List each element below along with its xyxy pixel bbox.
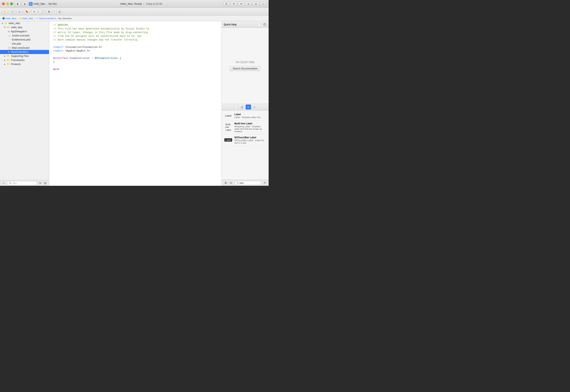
code-line-5: // more complex manual changes may not t… xyxy=(49,38,222,42)
toolbar-note-btn[interactable]: 📝 xyxy=(39,9,45,14)
code-line-blank-2 xyxy=(49,53,222,56)
app-icon: H xyxy=(29,2,32,6)
component-item-label[interactable]: Label Label Label - Displays static text… xyxy=(222,111,269,121)
toolbar-folder-btn[interactable]: 📁 xyxy=(2,9,8,14)
layout-btn-1[interactable]: ☰ xyxy=(223,2,230,6)
toolbar-list-btn[interactable]: ≡ xyxy=(31,9,37,14)
breadcrumb-chevron-1: › xyxy=(17,17,18,20)
xcassets-icon: 🗂 xyxy=(8,34,11,37)
titlebar-left-controls: ▶ ■ H Hello_Mac › My Mac xyxy=(15,2,57,6)
right-panel: Quick Help 📄 ⓘ No Quick Help Search Docu… xyxy=(222,21,269,186)
code-line-3: // mirror C# types. Changes in this file… xyxy=(49,31,222,34)
disclosure-products: ▶ xyxy=(4,63,5,65)
close-button[interactable] xyxy=(2,2,5,5)
sidebar-item-hello-mac[interactable]: ▶ 📁 Hello_Mac xyxy=(0,25,49,29)
sidebar-item-products[interactable]: ▶ 📁 Products xyxy=(0,62,49,66)
layout-btn-2[interactable]: ⟳ xyxy=(230,2,237,6)
plist-icon-2: 📄 xyxy=(8,43,11,45)
toolbar-separator xyxy=(54,10,54,14)
sidebar-item-supporting[interactable]: ▶ 📁 Supporting Files xyxy=(0,54,49,58)
layout-btn-3[interactable]: ⬅ xyxy=(238,2,244,6)
toolbar: 📁 ⬡ ⚠ 🔖 ≡ 📝 ⊞ ◎ xyxy=(0,8,269,15)
component-name-wrapping: Multi-line Label xyxy=(234,122,266,125)
sidebar-item-assets[interactable]: 🗂 Assets.xcassets xyxy=(0,34,49,38)
breadcrumb-chevron-3: › xyxy=(57,17,58,20)
supporting-icon: 📁 xyxy=(7,55,10,57)
component-name-touchbar: NSTouchBar Label xyxy=(234,136,266,139)
breadcrumb-item-file[interactable]: h ViewController.h xyxy=(36,17,56,20)
sidebar-item-viewcontroller[interactable]: h ViewController.h xyxy=(0,50,49,54)
breadcrumb-item-folder[interactable]: 📁 Hello_Mac xyxy=(19,17,33,20)
wrapping-preview-text: Multi- line Label xyxy=(225,123,231,131)
component-item-wrapping[interactable]: Multi- line Label Multi-line Label Wrapp… xyxy=(222,121,269,134)
breadcrumb-chevron-2: › xyxy=(34,17,35,20)
component-search-input[interactable]: 🔍 labe xyxy=(234,181,261,185)
sidebar-root-label: Hello_Mac xyxy=(9,22,20,25)
breadcrumb-current: No Selection xyxy=(58,17,72,20)
component-preview-touchbar: Label xyxy=(224,137,232,143)
sidebar-item-frameworks[interactable]: ▶ 📁 Frameworks xyxy=(0,58,49,62)
sidebar-toggle-btn[interactable]: ◫ xyxy=(245,2,252,6)
toolbar-bookmark-btn[interactable]: 🔖 xyxy=(24,9,30,14)
titlebar-center: Hello_Mac: Ready | Today at 22:48 xyxy=(59,2,223,5)
filter-placeholder: Filter xyxy=(12,182,17,184)
sidebar-item-storyboard[interactable]: 📋 Main.storyboard xyxy=(0,46,49,50)
code-line-4: // from the UI designer will be synchron… xyxy=(49,34,222,38)
sidebar-entitlements-label: Entitlements.plist xyxy=(12,38,30,41)
inspector-tab-code[interactable]: {} xyxy=(240,105,245,110)
sidebar-add-btn[interactable]: + xyxy=(2,181,6,185)
layout-btn-4[interactable]: ◫ xyxy=(253,2,259,6)
sidebar-item-root[interactable]: ▶ 📁 Hello_Mac xyxy=(0,21,49,25)
help-icon[interactable]: ⓘ xyxy=(262,23,267,27)
toolbar-structure-btn[interactable]: ◎ xyxy=(56,9,62,14)
traffic-lights xyxy=(2,2,13,5)
inspector-tab-file[interactable]: 📄 xyxy=(233,105,239,110)
sidebar-products-label: Products xyxy=(11,63,21,66)
layout-btn-5[interactable]: ▭ xyxy=(260,2,267,6)
group-folder-icon: 📁 xyxy=(7,26,10,29)
search-documentation-button[interactable]: Search Documentation xyxy=(230,66,260,71)
breadcrumb-folder-label: Hello_Mac xyxy=(22,17,33,20)
sidebar-history-btn[interactable]: ⟳ xyxy=(38,181,42,185)
component-desc-label: Label - Displays static text. xyxy=(234,116,266,118)
sidebar-item-infoplist[interactable]: 📄 Info.plist xyxy=(0,42,49,46)
component-info-label: Label Label - Displays static text. xyxy=(234,113,266,118)
component-list: Label Label Label - Displays static text… xyxy=(222,111,269,180)
toolbar-grid-btn[interactable]: ⊞ xyxy=(46,9,52,14)
minimize-button[interactable] xyxy=(6,2,9,5)
search-input-icon: 🔍 xyxy=(236,182,239,184)
toolbar-add-btn[interactable]: ⬡ xyxy=(9,9,15,14)
stop-button[interactable]: ■ xyxy=(22,2,28,6)
sidebar-item-entitlements[interactable]: 📄 Entitlements.plist xyxy=(0,38,49,42)
sidebar-layout-btn[interactable]: ⊞ xyxy=(43,181,47,185)
inspector-tab-layout[interactable]: □ xyxy=(252,105,257,110)
component-item-touchbar[interactable]: Label NSTouchBar Label NSTouchBar Label … xyxy=(222,134,269,146)
filter-mode-icon[interactable]: ⊙ xyxy=(229,181,233,185)
sidebar: ▶ 📁 Hello_Mac ▶ 📁 Hello_Mac h AppDelegat… xyxy=(0,21,49,186)
component-preview-label: Label xyxy=(224,113,232,119)
breadcrumb-root-icon: 🔵 xyxy=(2,17,5,20)
h-file-selected-icon: h xyxy=(8,51,9,53)
maximize-button[interactable] xyxy=(10,2,13,5)
component-search-icons: ⊞ ⊙ xyxy=(223,181,233,185)
disclosure-supporting: ▶ xyxy=(4,55,5,57)
sidebar-frameworks-label: Frameworks xyxy=(11,59,25,62)
inspector-tab-quick-help[interactable]: ⊙ xyxy=(246,105,251,110)
code-line-brace: } xyxy=(49,60,222,64)
new-file-icon[interactable]: 📄 xyxy=(257,23,261,27)
grid-view-icon[interactable]: ⊞ xyxy=(223,181,228,185)
sidebar-filter[interactable]: 🔍 Filter xyxy=(7,181,37,185)
toolbar-warning-btn[interactable]: ⚠ xyxy=(16,9,23,14)
sidebar-supporting-label: Supporting Files xyxy=(11,55,29,57)
run-button[interactable]: ▶ xyxy=(15,2,21,6)
inspector-tabs: 📄 {} ⊙ □ xyxy=(222,104,269,111)
app-label: H Hello_Mac xyxy=(29,2,45,6)
sidebar-item-appdelegate[interactable]: h AppDelegate.h xyxy=(0,29,49,34)
breadcrumb-item-root[interactable]: 🔵 Hello_Mac xyxy=(2,17,16,20)
code-line-import-2: #import <AppKit/AppKit.h> xyxy=(49,49,222,53)
sidebar-bottom-bar: + 🔍 Filter ⟳ ⊞ xyxy=(0,180,49,186)
clear-search-icon[interactable]: ✕ xyxy=(262,181,267,185)
sidebar-appdelegate-label: AppDelegate.h xyxy=(11,30,27,33)
code-editor[interactable]: // WARNING // This file has been generat… xyxy=(49,21,222,186)
filter-icon: 🔍 xyxy=(9,182,11,184)
